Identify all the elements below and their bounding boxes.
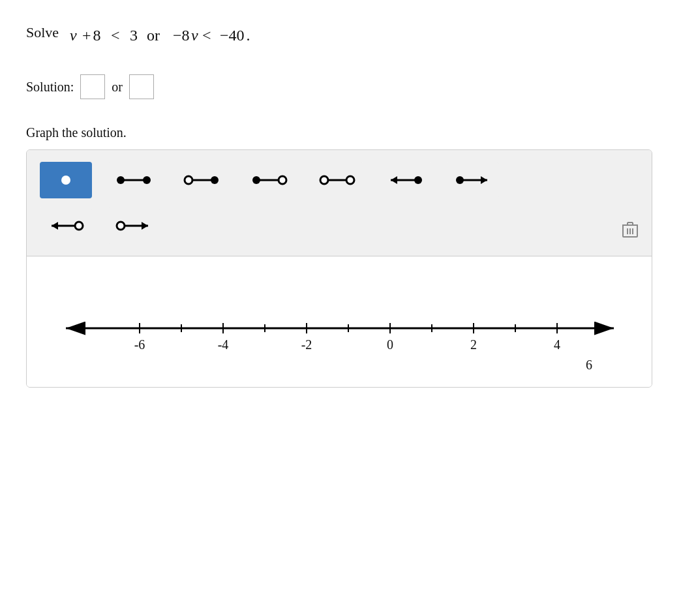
svg-point-26 — [456, 176, 464, 184]
tool-right-closed[interactable] — [447, 162, 499, 198]
open-open-icon — [318, 171, 357, 189]
svg-point-14 — [185, 176, 192, 184]
svg-text:−40 .: −40 . — [220, 27, 250, 44]
svg-point-30 — [75, 222, 83, 230]
svg-text:+ 8: + 8 — [80, 27, 101, 44]
tool-open-open[interactable] — [311, 162, 363, 198]
svg-text:<: < — [109, 27, 122, 44]
tool-left-closed[interactable] — [379, 162, 431, 198]
left-closed-icon — [386, 171, 425, 189]
svg-point-17 — [252, 176, 260, 184]
problem-statement: Solve v + 8 < 3 or −8 v < −40 . — [26, 20, 655, 48]
solution-label: Solution: — [26, 80, 74, 95]
closed-closed-icon — [114, 171, 153, 189]
svg-point-15 — [211, 176, 219, 184]
svg-text:−8: −8 — [173, 27, 190, 44]
right-open-icon — [114, 217, 153, 235]
number-line-svg: -6 -4 -2 0 2 4 — [46, 296, 633, 374]
svg-text:3: 3 — [130, 27, 140, 44]
svg-marker-27 — [481, 176, 487, 184]
tool-closed-open[interactable] — [243, 162, 295, 198]
tool-left-open[interactable] — [40, 208, 92, 244]
tool-closed-closed[interactable] — [108, 162, 160, 198]
trash-button[interactable] — [622, 221, 639, 243]
svg-text:-6: -6 — [134, 337, 145, 352]
closed-open-icon — [250, 171, 289, 189]
svg-text:-2: -2 — [301, 337, 312, 352]
tool-right-open[interactable] — [108, 208, 160, 244]
svg-point-24 — [414, 176, 422, 184]
svg-point-20 — [320, 176, 328, 184]
left-open-icon — [46, 217, 85, 235]
svg-point-18 — [279, 176, 286, 184]
svg-point-21 — [346, 176, 354, 184]
open-closed-icon — [182, 171, 221, 189]
solve-label: Solve — [26, 24, 66, 40]
svg-text:or: or — [145, 27, 162, 44]
right-closed-icon — [453, 171, 492, 189]
tool-point[interactable] — [40, 162, 92, 198]
toolbar-row-2 — [40, 208, 639, 244]
solution-row: Solution: or — [26, 74, 655, 99]
toolbar-row-1 — [40, 162, 639, 198]
graph-label: Graph the solution. — [26, 125, 655, 140]
point-icon — [54, 168, 78, 192]
svg-text:v: v — [70, 27, 77, 44]
solution-input-1[interactable] — [80, 74, 105, 99]
svg-text:<: < — [200, 27, 213, 44]
svg-marker-33 — [142, 222, 148, 230]
solution-or: or — [112, 80, 123, 95]
svg-text:2: 2 — [470, 337, 477, 352]
svg-text:4: 4 — [554, 337, 560, 352]
tool-open-closed[interactable] — [175, 162, 228, 198]
svg-point-9 — [61, 176, 70, 185]
equation-svg: v + 8 < 3 or −8 v < −40 . — [70, 20, 383, 48]
svg-text:v: v — [191, 27, 198, 44]
solution-input-2[interactable] — [129, 74, 154, 99]
svg-point-32 — [117, 222, 125, 230]
svg-marker-29 — [52, 222, 58, 230]
number-line-area[interactable]: -6 -4 -2 0 2 4 — [27, 256, 652, 387]
svg-point-12 — [143, 176, 151, 184]
svg-point-11 — [117, 176, 125, 184]
svg-text:-4: -4 — [218, 337, 229, 352]
graph-toolbar — [27, 150, 652, 256]
svg-marker-23 — [391, 176, 397, 184]
svg-text:0: 0 — [387, 337, 393, 352]
tick-label-6: 6 — [586, 358, 592, 373]
graph-container: -6 -4 -2 0 2 4 — [26, 149, 652, 388]
